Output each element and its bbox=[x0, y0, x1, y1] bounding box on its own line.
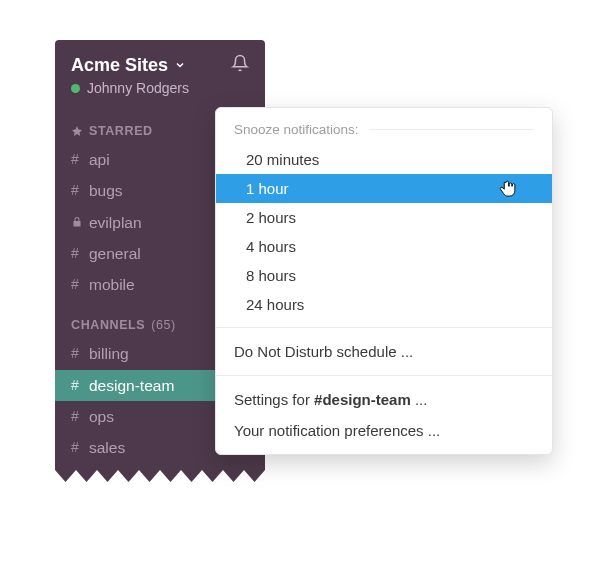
section-title-channels: CHANNELS bbox=[71, 318, 145, 332]
sidebar-item-label: bugs bbox=[89, 179, 123, 202]
sidebar-item-label: general bbox=[89, 242, 141, 265]
channel-settings-link[interactable]: Settings for #design-team ... bbox=[216, 384, 552, 415]
bell-icon bbox=[231, 54, 249, 72]
popover-title: Snooze notifications: bbox=[216, 118, 552, 145]
torn-edge-decoration bbox=[55, 470, 265, 484]
user-name-label: Johnny Rodgers bbox=[87, 80, 189, 96]
team-switcher[interactable]: Acme Sites bbox=[71, 55, 186, 76]
hash-icon: # bbox=[71, 343, 89, 364]
sidebar-item-label: api bbox=[89, 148, 110, 171]
presence-indicator bbox=[71, 84, 80, 93]
snooze-option-label: 1 hour bbox=[246, 180, 289, 197]
notifications-bell-button[interactable] bbox=[231, 54, 249, 76]
section-title-starred: STARRED bbox=[89, 124, 153, 138]
hash-icon: # bbox=[71, 149, 89, 170]
snooze-option-20-minutes[interactable]: 20 minutes bbox=[216, 145, 552, 174]
sidebar-item-label: evilplan bbox=[89, 211, 142, 234]
channels-count: (65) bbox=[151, 318, 176, 332]
notification-prefs-link[interactable]: Your notification preferences ... bbox=[216, 415, 552, 446]
chevron-down-icon bbox=[174, 59, 186, 71]
sidebar-item-label: design-team bbox=[89, 374, 174, 397]
hash-icon: # bbox=[71, 437, 89, 458]
hash-icon: # bbox=[71, 375, 89, 396]
snooze-option-8-hours[interactable]: 8 hours bbox=[216, 261, 552, 290]
star-icon bbox=[71, 125, 83, 137]
dnd-schedule-link[interactable]: Do Not Disturb schedule ... bbox=[216, 336, 552, 367]
snooze-option-24-hours[interactable]: 24 hours bbox=[216, 290, 552, 319]
snooze-option-2-hours[interactable]: 2 hours bbox=[216, 203, 552, 232]
hash-icon: # bbox=[71, 274, 89, 295]
snooze-option-1-hour[interactable]: 1 hour bbox=[216, 174, 552, 203]
settings-suffix: ... bbox=[411, 391, 428, 408]
sidebar-item-label: sales bbox=[89, 436, 125, 459]
popover-title-label: Snooze notifications: bbox=[234, 122, 359, 137]
pointer-cursor-icon bbox=[498, 176, 518, 200]
snooze-option-4-hours[interactable]: 4 hours bbox=[216, 232, 552, 261]
team-name-label: Acme Sites bbox=[71, 55, 168, 76]
settings-prefix: Settings for bbox=[234, 391, 314, 408]
hash-icon: # bbox=[71, 180, 89, 201]
sidebar-item-label: billing bbox=[89, 342, 129, 365]
sidebar-item-label: ops bbox=[89, 405, 114, 428]
sidebar-item-label: mobile bbox=[89, 273, 135, 296]
hash-icon: # bbox=[71, 243, 89, 264]
popover-divider bbox=[216, 375, 552, 376]
team-row: Acme Sites bbox=[71, 54, 249, 76]
lock-icon bbox=[71, 216, 89, 228]
popover-divider bbox=[216, 327, 552, 328]
snooze-popover: Snooze notifications: 20 minutes 1 hour … bbox=[215, 107, 553, 455]
hash-icon: # bbox=[71, 406, 89, 427]
sidebar-header: Acme Sites Johnny Rodgers bbox=[55, 40, 265, 106]
user-row[interactable]: Johnny Rodgers bbox=[71, 80, 249, 96]
settings-channel-name: #design-team bbox=[314, 391, 411, 408]
